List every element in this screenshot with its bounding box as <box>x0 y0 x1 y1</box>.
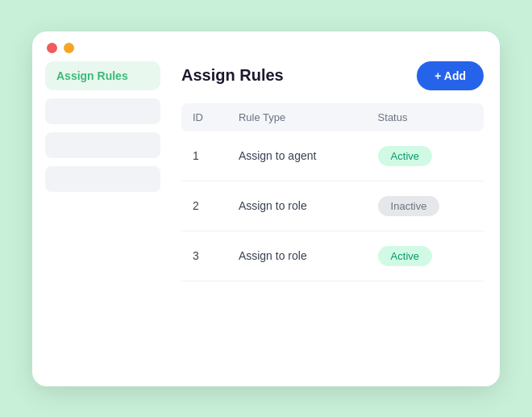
cell-status: Active <box>367 231 484 281</box>
col-header-status: Status <box>367 103 484 131</box>
status-badge: Active <box>378 246 432 266</box>
status-badge: Active <box>378 146 432 166</box>
add-button[interactable]: + Add <box>417 61 484 90</box>
col-header-rule-type: Rule Type <box>227 103 367 131</box>
app-window: Assign Rules Assign Rules + Add ID Rule … <box>32 31 500 386</box>
table-row: 1Assign to agentActive <box>181 131 484 181</box>
minimize-dot[interactable] <box>64 43 74 53</box>
table-row: 3Assign to roleActive <box>181 231 484 281</box>
cell-status: Inactive <box>367 181 484 231</box>
table-row: 2Assign to roleInactive <box>181 181 484 231</box>
table-header-row: ID Rule Type Status <box>181 103 484 131</box>
sidebar-item-assign-rules[interactable]: Assign Rules <box>45 61 160 90</box>
main-header: Assign Rules + Add <box>181 61 484 90</box>
cell-id: 2 <box>181 181 227 231</box>
title-bar <box>32 31 500 61</box>
page-title: Assign Rules <box>181 66 284 85</box>
status-badge: Inactive <box>378 196 440 216</box>
cell-id: 3 <box>181 231 227 281</box>
sidebar: Assign Rules <box>32 61 173 367</box>
cell-rule-type: Assign to role <box>227 231 367 281</box>
close-dot[interactable] <box>47 43 57 53</box>
sidebar-placeholder-2 <box>45 132 160 158</box>
main-content: Assign Rules + Add ID Rule Type Status 1… <box>173 61 500 367</box>
cell-rule-type: Assign to role <box>227 181 367 231</box>
rules-table: ID Rule Type Status 1Assign to agentActi… <box>181 103 484 281</box>
content-area: Assign Rules Assign Rules + Add ID Rule … <box>32 61 500 386</box>
sidebar-placeholder-3 <box>45 166 160 192</box>
cell-id: 1 <box>181 131 227 181</box>
cell-rule-type: Assign to agent <box>227 131 367 181</box>
cell-status: Active <box>367 131 484 181</box>
sidebar-placeholder-1 <box>45 98 160 124</box>
col-header-id: ID <box>181 103 227 131</box>
